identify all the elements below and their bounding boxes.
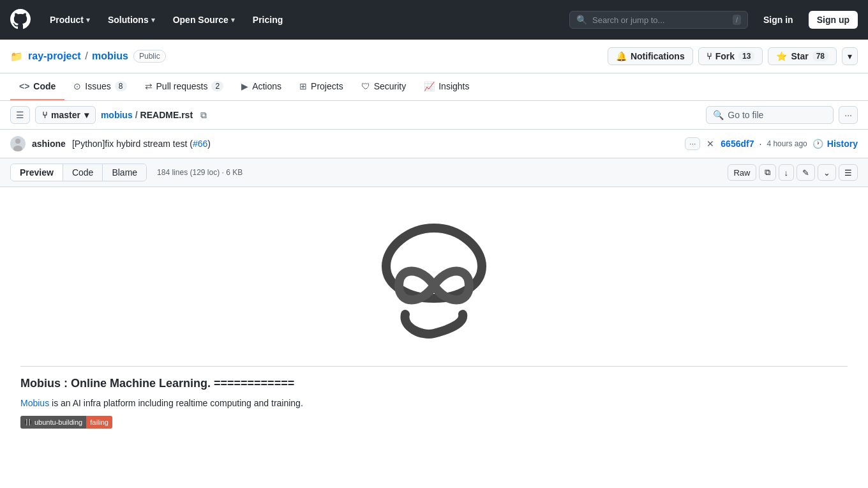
top-navigation: Product ▾ Solutions ▾ Open Source ▾ Pric… — [0, 0, 868, 40]
readme-description: Mobius is an AI infra platform including… — [20, 398, 848, 408]
search-icon: 🔍 — [576, 15, 587, 25]
star-label: Star — [791, 51, 808, 61]
star-count: 78 — [812, 51, 828, 61]
list-button[interactable]: ☰ — [839, 164, 858, 181]
tab-pullrequests[interactable]: ⇄ Pull requests 2 — [136, 73, 233, 100]
commit-pr-link[interactable]: #66 — [193, 139, 207, 149]
edit-button[interactable]: ✎ — [797, 164, 815, 181]
file-content-area: Mobius : Online Machine Learning. ======… — [0, 187, 868, 444]
history-icon: 🕐 — [812, 139, 823, 149]
product-chevron-icon: ▾ — [86, 16, 90, 24]
fork-count: 13 — [738, 51, 754, 61]
commit-dot-separator: · — [759, 139, 761, 149]
copy-content-button[interactable]: ⧉ — [759, 164, 776, 181]
build-badge[interactable]: ubuntu-building failing — [20, 416, 112, 429]
tab-actions-label: Actions — [252, 81, 281, 91]
goto-file-icon: 🔍 — [713, 110, 724, 120]
solutions-nav-item[interactable]: Solutions ▾ — [104, 12, 159, 27]
file-meta: 184 lines (129 loc) · 6 KB — [157, 168, 243, 177]
commit-time: 4 hours ago — [767, 139, 807, 148]
notifications-button[interactable]: 🔔 Notifications — [608, 47, 693, 65]
notifications-label: Notifications — [631, 51, 685, 61]
star-button[interactable]: ⭐ Star 78 — [768, 47, 837, 65]
badge-right-text: failing — [86, 416, 112, 429]
tab-projects[interactable]: ⊞ Projects — [290, 73, 352, 100]
search-placeholder: Search or jump to... — [592, 15, 664, 25]
mobius-link[interactable]: Mobius — [20, 398, 49, 408]
fork-label: Fork — [715, 51, 735, 61]
svg-point-2 — [25, 419, 31, 425]
history-label: History — [827, 139, 858, 149]
commit-message-text: [Python]fix hybird stream test ( — [72, 139, 193, 149]
search-bar[interactable]: 🔍 Search or jump to... / — [569, 11, 748, 29]
raw-button[interactable]: Raw — [728, 164, 756, 181]
branch-selector[interactable]: ⑂ master ▾ — [35, 106, 96, 124]
solutions-chevron-icon: ▾ — [151, 16, 155, 24]
file-parent-link[interactable]: mobius — [101, 110, 133, 120]
visibility-badge: Public — [133, 50, 166, 63]
goto-file-button[interactable]: 🔍 Go to file — [706, 106, 834, 124]
actions-icon: ▶ — [241, 81, 248, 91]
pricing-nav-item[interactable]: Pricing — [249, 12, 287, 27]
tab-code[interactable]: <> Code — [10, 73, 64, 100]
commit-close-button[interactable]: ✕ — [707, 139, 714, 149]
svg-point-0 — [15, 139, 20, 144]
commit-actions: 6656df7 · 4 hours ago 🕐 History — [721, 139, 858, 149]
file-name: README.rst — [140, 110, 193, 120]
tab-security[interactable]: 🛡 Security — [352, 73, 415, 100]
repo-owner-link[interactable]: ray-project — [28, 50, 81, 61]
view-tab-group: Preview Code Blame — [10, 164, 147, 181]
commit-author: ashione — [32, 139, 66, 149]
tab-pr-label: Pull requests — [156, 81, 208, 91]
tab-issues[interactable]: ⊙ Issues 8 — [64, 73, 135, 100]
branch-label: master — [51, 110, 80, 120]
issues-icon: ⊙ — [73, 81, 81, 91]
commit-row: ashione [Python]fix hybird stream test (… — [0, 130, 868, 158]
more-options-button[interactable]: ··· — [839, 106, 858, 124]
commit-expand-button[interactable]: ··· — [685, 137, 700, 150]
branch-chevron-icon: ▾ — [84, 110, 89, 120]
tab-security-label: Security — [374, 81, 407, 91]
tab-projects-label: Projects — [311, 81, 343, 91]
product-nav-item[interactable]: Product ▾ — [46, 12, 94, 27]
preview-tab[interactable]: Preview — [11, 164, 63, 181]
tab-code-label: Code — [33, 81, 56, 91]
repo-header-actions: 🔔 Notifications ⑂ Fork 13 ⭐ Star 78 ▾ — [608, 47, 858, 65]
sign-up-button[interactable]: Sign up — [809, 11, 858, 29]
code-tab[interactable]: Code — [63, 164, 102, 181]
repo-name-link[interactable]: mobius — [92, 50, 128, 61]
commit-hash-link[interactable]: 6656df7 — [721, 139, 754, 149]
download-button[interactable]: ↓ — [779, 164, 795, 181]
insights-icon: 📈 — [424, 81, 435, 91]
opensource-nav-item[interactable]: Open Source ▾ — [169, 12, 239, 27]
copy-path-button[interactable]: ⧉ — [198, 107, 209, 123]
readme-logo — [20, 202, 848, 356]
code-icon: <> — [19, 81, 29, 91]
github-logo[interactable] — [10, 9, 31, 31]
fork-button[interactable]: ⑂ Fork 13 — [698, 47, 763, 65]
tab-issues-label: Issues — [85, 81, 110, 91]
tab-actions[interactable]: ▶ Actions — [232, 73, 290, 100]
history-button[interactable]: 🕐 History — [812, 139, 858, 149]
projects-icon: ⊞ — [299, 81, 307, 91]
branch-icon: ⑂ — [42, 110, 47, 120]
badge-left-text: ubuntu-building — [20, 416, 86, 429]
commit-avatar — [10, 136, 26, 151]
blame-tab[interactable]: Blame — [102, 164, 146, 181]
tab-insights[interactable]: 📈 Insights — [415, 73, 478, 100]
add-to-list-button[interactable]: ▾ — [842, 47, 858, 65]
svg-point-1 — [13, 146, 22, 151]
pricing-label: Pricing — [253, 15, 283, 25]
search-shortcut: / — [733, 15, 741, 25]
solutions-label: Solutions — [108, 15, 149, 25]
readme-title: Mobius : Online Machine Learning. ======… — [20, 377, 848, 390]
star-icon: ⭐ — [776, 51, 787, 61]
readme-description-text: is an AI infra platform including realti… — [49, 398, 303, 408]
opensource-label: Open Source — [173, 15, 228, 25]
expand-button[interactable]: ⌄ — [818, 164, 836, 181]
file-content-header: Preview Code Blame 184 lines (129 loc) ·… — [0, 158, 868, 187]
pr-count: 2 — [211, 81, 223, 91]
sign-in-button[interactable]: Sign in — [758, 12, 798, 27]
repo-header: 📁 ray-project / mobius Public 🔔 Notifica… — [0, 40, 868, 73]
sidebar-toggle-button[interactable]: ☰ — [10, 106, 30, 124]
